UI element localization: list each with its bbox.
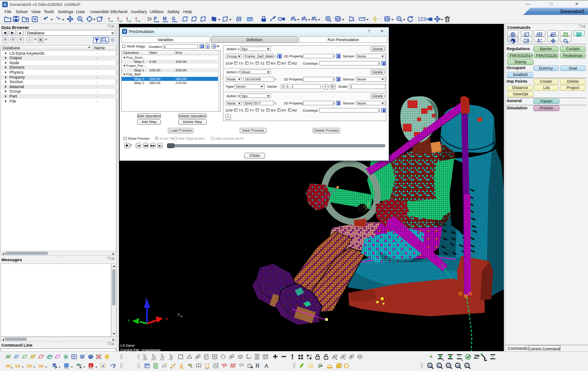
svg-text:M: M [457,364,460,368]
svg-text:A: A [265,363,268,369]
svg-text:F: F [466,364,468,368]
svg-text:ELE: ELE [160,358,165,361]
svg-text:N: N [429,364,432,368]
svg-text:P: P [113,366,115,369]
svg-text:P: P [154,16,157,21]
svg-text:0D: 0D [6,363,11,368]
svg-text:GEO: GEO [142,358,147,361]
svg-text:123: 123 [417,16,426,22]
svg-text:num: num [205,367,209,370]
svg-text:G: G [172,16,175,21]
svg-text:Z: Z [367,202,370,205]
svg-text:x: x [181,314,183,318]
svg-text:X: X [166,317,168,321]
svg-text:NOD: NOD [152,358,157,361]
svg-text:Y: Y [128,319,130,323]
svg-text:E: E [438,364,441,368]
svg-text:PID: PID [169,358,173,361]
svg-text:PID: PID [89,366,93,369]
svg-text:M: M [163,16,166,21]
svg-text:P: P [55,366,57,369]
svg-text:1D: 1D [15,363,20,368]
svg-text:Current File: Unassigned: Current File: Unassigned [120,348,160,352]
svg-text:LS-Dyna: LS-Dyna [120,343,135,348]
svg-text:R: R [256,363,260,369]
svg-text:A: A [251,365,253,369]
svg-text:z: z [178,312,180,316]
svg-text:P: P [447,364,450,368]
svg-text:PID: PID [64,366,68,369]
svg-text:P: P [80,366,82,369]
svg-text:P: P [102,365,104,368]
svg-text:Z: Z [145,297,147,302]
svg-text:P: P [205,355,208,358]
svg-text:2D: 2D [27,363,32,368]
svg-text:3D: 3D [38,363,44,368]
svg-text:X: X [458,355,460,358]
svg-text:X: X [492,355,494,358]
svg-text:Pid: Pid [248,18,252,21]
